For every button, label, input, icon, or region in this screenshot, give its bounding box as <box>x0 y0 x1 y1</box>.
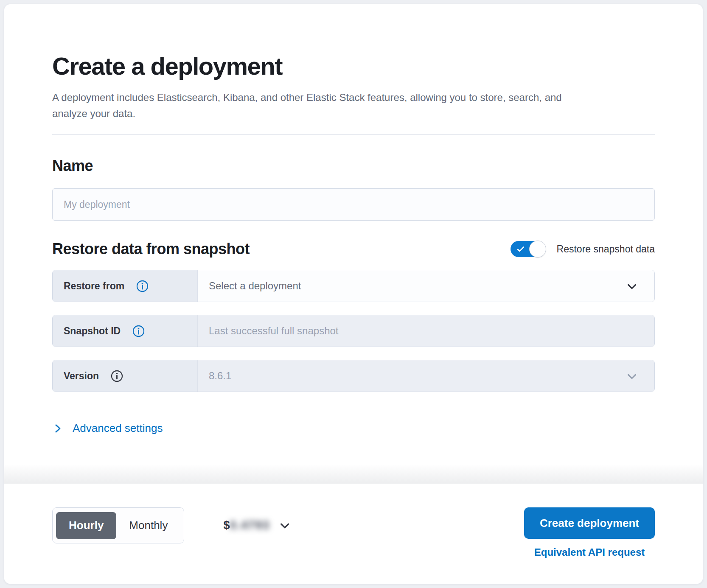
footer-actions: Create deployment Equivalent API request <box>524 507 655 558</box>
restore-from-row: Restore from Select a deployment <box>52 270 655 302</box>
version-value: 8.6.1 <box>209 370 231 382</box>
divider <box>52 134 655 135</box>
monthly-button[interactable]: Monthly <box>116 512 180 539</box>
chevron-down-icon[interactable] <box>278 519 291 532</box>
check-icon <box>516 244 525 254</box>
page-title: Create a deployment <box>52 52 655 80</box>
version-label-cell: Version <box>53 360 198 392</box>
advanced-settings-link[interactable]: Advanced settings <box>52 422 163 435</box>
advanced-settings-label: Advanced settings <box>73 422 163 435</box>
price-currency: $ <box>223 519 230 532</box>
toggle-knob <box>529 241 546 258</box>
create-deployment-panel: Create a deployment A deployment include… <box>4 4 703 584</box>
name-heading: Name <box>52 157 655 175</box>
snapshot-id-input <box>209 325 643 337</box>
billing-interval-toggle: Hourly Monthly <box>52 507 184 543</box>
restore-heading: Restore data from snapshot <box>52 240 250 258</box>
page-subtitle: A deployment includes Elasticsearch, Kib… <box>52 90 591 122</box>
restore-from-label: Restore from <box>64 280 124 292</box>
chevron-down-icon <box>626 280 638 293</box>
restore-from-select[interactable]: Select a deployment <box>198 270 654 302</box>
deployment-name-input[interactable] <box>52 188 655 221</box>
snapshot-id-label: Snapshot ID <box>64 325 121 337</box>
price-amount-blurred: 0.4793 <box>230 519 270 532</box>
chevron-right-icon <box>52 423 63 434</box>
chevron-down-icon <box>626 370 638 383</box>
snapshot-id-label-cell: Snapshot ID <box>53 315 198 347</box>
snapshot-id-field <box>198 315 654 347</box>
restore-from-label-cell: Restore from <box>53 270 198 302</box>
info-icon[interactable] <box>111 370 123 382</box>
restore-form: Restore from Select a deployment <box>52 270 655 392</box>
main-content: Create a deployment A deployment include… <box>4 4 703 484</box>
restore-snapshot-toggle[interactable] <box>511 241 545 257</box>
bottom-bar: Hourly Monthly $ 0.4793 Create deploymen… <box>4 484 703 584</box>
restore-from-value: Select a deployment <box>209 280 301 292</box>
price-display: $ 0.4793 <box>223 507 291 543</box>
create-deployment-button[interactable]: Create deployment <box>524 507 655 539</box>
info-icon[interactable] <box>132 325 145 337</box>
version-select: 8.6.1 <box>198 360 654 392</box>
hourly-button[interactable]: Hourly <box>56 512 116 539</box>
version-label: Version <box>64 370 99 382</box>
version-row: Version 8.6.1 <box>52 360 655 392</box>
snapshot-id-row: Snapshot ID <box>52 315 655 347</box>
equivalent-api-request-link[interactable]: Equivalent API request <box>534 546 645 558</box>
toggle-label: Restore snapshot data <box>557 244 655 255</box>
info-icon[interactable] <box>136 280 149 292</box>
